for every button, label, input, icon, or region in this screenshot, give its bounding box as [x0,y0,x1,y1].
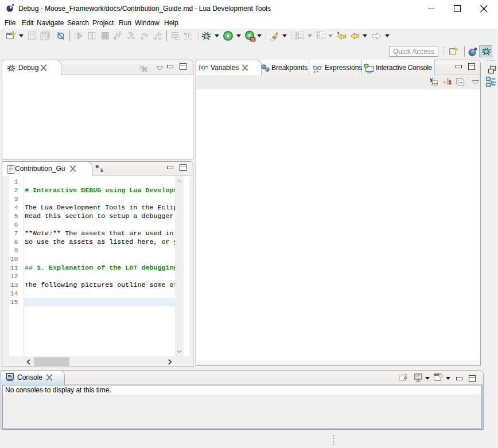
svg-text:x: x [314,70,316,73]
svg-text:=: = [317,70,319,73]
